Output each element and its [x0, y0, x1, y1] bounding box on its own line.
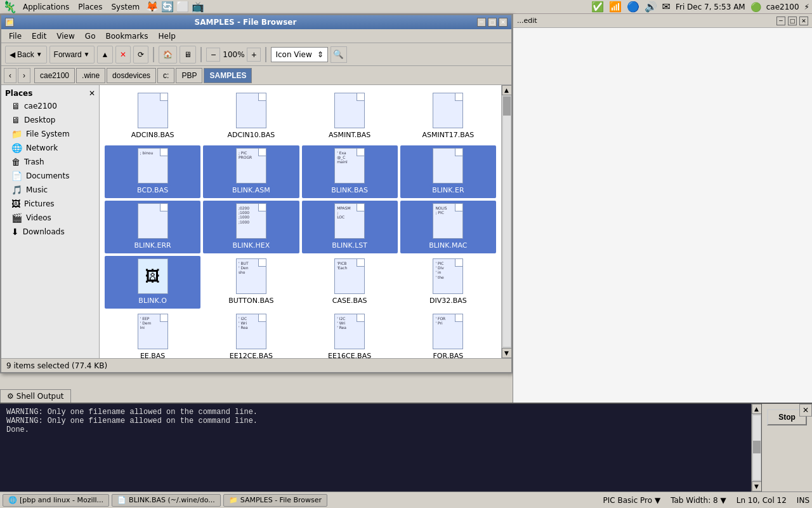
sidebar-item-downloads[interactable]: ⬇Downloads — [1, 225, 99, 239]
shell-tab[interactable]: ⚙ Shell Output — [0, 389, 71, 403]
file-item[interactable]: BLINK.ERR — [105, 201, 200, 253]
close-button[interactable]: ✕ — [499, 18, 508, 27]
tab-width-label: Tab Width: 8 ▼ — [671, 496, 726, 505]
maximize-button[interactable]: □ — [488, 18, 497, 27]
file-item[interactable]: ; PICPROGR BLINK.ASM — [203, 145, 299, 198]
sidebar-icon: 📄 — [11, 171, 22, 181]
file-item[interactable]: ASMINT17.BAS — [400, 90, 496, 143]
icon-corner — [357, 204, 364, 211]
file-item[interactable]: ASMINT.BAS — [302, 90, 398, 143]
sidebar-close-icon[interactable]: ✕ — [89, 89, 95, 98]
minimize-button[interactable]: ─ — [477, 18, 486, 27]
sidebar-items: 🖥cae2100🖥Desktop📁File System🌐Network🗑Tra… — [1, 99, 99, 239]
sidebar-item-videos[interactable]: 🎬Videos — [1, 211, 99, 225]
forward-button[interactable]: Forward ▼ — [49, 46, 95, 64]
editor-content — [513, 28, 812, 404]
breadcrumb-item-.wine[interactable]: .wine — [76, 68, 105, 83]
breadcrumb-item-dosdevices[interactable]: dosdevices — [107, 68, 156, 83]
file-icon: ' EEP' DemIni — [138, 314, 168, 349]
back-button[interactable]: ◀ Back ▼ — [5, 46, 47, 64]
editor-close-button[interactable]: ✕ — [799, 17, 808, 25]
sidebar-item-cae2100[interactable]: 🖥cae2100 — [1, 99, 99, 113]
sidebar-icon: 🖥 — [11, 115, 20, 125]
scroll-thumb[interactable] — [503, 97, 511, 116]
editor-min-button[interactable]: ─ — [776, 17, 785, 25]
menu-view[interactable]: View — [51, 30, 79, 42]
file-item[interactable]: ' PIC' Div' in' the DIV32.BAS — [400, 256, 496, 309]
sidebar-item-music[interactable]: 🎵Music — [1, 183, 99, 197]
taskbar-item-1[interactable]: 📄BLINK.BAS (~/.wine/do... — [112, 494, 221, 507]
shell-scroll-thumb[interactable] — [753, 441, 761, 453]
breadcrumb-item-cae2100[interactable]: cae2100 — [34, 68, 75, 83]
computer-button[interactable]: 🖥 — [180, 46, 196, 64]
shell-scroll-track[interactable] — [753, 415, 761, 480]
file-label: BLINK.ASM — [230, 185, 273, 196]
system-menu[interactable]: System — [107, 1, 143, 13]
sidebar-item-pictures[interactable]: 🖼Pictures — [1, 197, 99, 211]
menu-help[interactable]: Help — [154, 30, 181, 42]
forward-dropdown-icon: ▼ — [84, 51, 90, 58]
shell-scroll-up[interactable]: ▲ — [752, 404, 762, 414]
applications-menu[interactable]: Applications — [19, 1, 73, 13]
separator-2 — [200, 47, 202, 62]
menu-edit[interactable]: Edit — [27, 30, 51, 42]
reload-button[interactable]: ⟳ — [133, 46, 148, 64]
scroll-down-button[interactable]: ▼ — [502, 348, 512, 358]
file-item[interactable]: ' BUT' Densho BUTTON.BAS — [203, 256, 299, 309]
stop-button[interactable]: ✕ — [115, 46, 131, 64]
lang-dropdown-icon[interactable]: ▼ — [655, 496, 660, 505]
file-item[interactable]: ADCIN8.BAS — [105, 90, 200, 143]
icon-corner — [455, 259, 462, 267]
username: cae2100 — [766, 3, 799, 11]
file-item[interactable]: ; binou BCD.BAS — [105, 145, 200, 198]
file-item[interactable]: ' Exa@_Cmainl BLINK.BAS — [302, 145, 398, 198]
zoom-in-button[interactable]: + — [247, 48, 261, 62]
file-item[interactable]: MPASM;LOC BLINK.LST — [302, 201, 398, 253]
file-item[interactable]: ADCIN10.BAS — [203, 90, 299, 143]
file-icon: ' Exa@_Cmainl — [334, 148, 365, 184]
file-item[interactable]: ' I2C' Wri' Rea EE12CE.BAS — [203, 311, 299, 358]
power-icon[interactable]: ⚡ — [804, 3, 809, 11]
file-item[interactable]: BLINK.ER — [400, 145, 496, 198]
file-item[interactable]: ' EEP' DemIni EE.BAS — [105, 311, 200, 358]
shell-output-line: WARNING: Only one filename allowed on th… — [6, 408, 745, 417]
sidebar-item-file-system[interactable]: 📁File System — [1, 127, 99, 141]
editor-max-button[interactable]: □ — [788, 17, 797, 25]
breadcrumb-back-button[interactable]: ‹ — [4, 68, 16, 83]
sidebar-item-desktop[interactable]: 🖥Desktop — [1, 113, 99, 127]
scroll-up-button[interactable]: ▲ — [502, 85, 512, 95]
menu-bookmarks[interactable]: Bookmarks — [100, 30, 153, 42]
scroll-track[interactable] — [503, 97, 511, 347]
up-button[interactable]: ▲ — [97, 46, 114, 64]
file-item[interactable]: ' FOR' Pri FOR.BAS — [400, 311, 496, 358]
home-button[interactable]: 🏠 — [159, 46, 177, 64]
file-area: ADCIN8.BAS ADCIN10.BAS ASMINT.BAS ASMINT… — [100, 85, 511, 358]
file-item[interactable]: 'PICB'Each CASE.BAS — [302, 256, 398, 309]
view-select[interactable]: Icon View ⇕ — [271, 47, 327, 62]
zoom-out-button[interactable]: − — [206, 48, 220, 62]
menu-go[interactable]: Go — [80, 30, 101, 42]
breadcrumb-forward-button[interactable]: › — [18, 68, 30, 83]
toolbar: ◀ Back ▼ Forward ▼ ▲ ✕ ⟳ 🏠 🖥 − 100% + — [1, 43, 511, 66]
shell-scrollbar[interactable]: ▲ ▼ — [751, 404, 761, 491]
taskbar-item-0[interactable]: 🌐[pbp and linux - Mozill... — [3, 494, 109, 507]
shell-close-button[interactable]: ✕ — [799, 404, 812, 417]
menu-file[interactable]: File — [4, 30, 27, 42]
sidebar-item-trash[interactable]: 🗑Trash — [1, 155, 99, 169]
shell-tab-area: ⚙ Shell Output — [0, 389, 71, 403]
shell-scroll-down[interactable]: ▼ — [752, 481, 762, 491]
breadcrumb-item-samples[interactable]: SAMPLES — [204, 68, 252, 83]
breadcrumb-item-pbp[interactable]: PBP — [176, 68, 202, 83]
search-button[interactable]: 🔍 — [331, 46, 347, 63]
file-item[interactable]: ;0200;1000;1000;1000 BLINK.HEX — [203, 201, 299, 253]
file-item[interactable]: NOLIS; PIC BLINK.MAC — [400, 201, 496, 253]
file-item[interactable]: 🖼BLINK.O — [105, 256, 200, 309]
file-scrollbar[interactable]: ▲ ▼ — [501, 85, 511, 358]
sidebar-item-documents[interactable]: 📄Documents — [1, 169, 99, 183]
sidebar-item-network[interactable]: 🌐Network — [1, 141, 99, 155]
tab-width-dropdown-icon[interactable]: ▼ — [720, 496, 726, 505]
places-menu[interactable]: Places — [74, 1, 106, 13]
taskbar-item-2[interactable]: 📁SAMPLES - File Browser — [223, 494, 327, 507]
file-item[interactable]: ' I2C' Wri' Rea EE16CE.BAS — [302, 311, 398, 358]
breadcrumb-item-c:[interactable]: c: — [157, 68, 174, 83]
